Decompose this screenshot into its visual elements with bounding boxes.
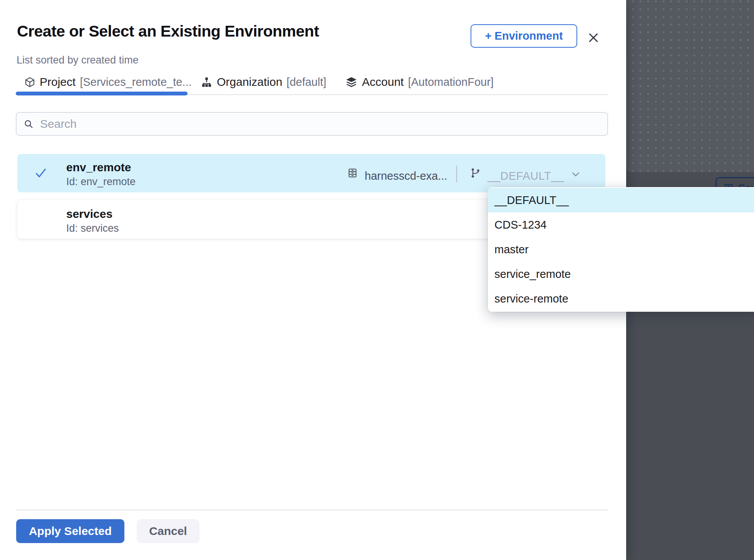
repository-icon — [347, 167, 358, 179]
screen: { "modal": { "title": "Create or Select … — [0, 0, 754, 560]
search-input[interactable] — [39, 117, 580, 131]
apply-selected-button[interactable]: Apply Selected — [16, 519, 124, 543]
branch-select-value[interactable]: __DEFAULT__ — [488, 170, 564, 182]
git-branch-icon — [469, 167, 481, 179]
search-box — [16, 112, 608, 136]
tab-account-scope: [AutomationFour] — [408, 76, 493, 89]
branch-option-service-dash-remote[interactable]: service-remote — [488, 286, 754, 311]
tab-account[interactable]: Account [AutomationFour] — [345, 74, 494, 90]
environment-name: env_remote — [66, 161, 131, 174]
search-icon — [23, 119, 34, 129]
tab-project[interactable]: Project [Services_remote_te... — [24, 74, 192, 90]
branch-dropdown-menu: __DEFAULT__ CDS-1234 master service_remo… — [488, 187, 754, 312]
environment-id: Id: env_remote — [66, 176, 136, 188]
cube-icon — [24, 77, 35, 88]
close-button[interactable] — [587, 31, 600, 44]
branch-option-default[interactable]: __DEFAULT__ — [488, 188, 754, 212]
footer-divider — [16, 510, 608, 510]
cancel-button[interactable]: Cancel — [137, 519, 199, 543]
tab-organization-scope: [default] — [287, 76, 326, 89]
modal-subtitle: List sorted by created time — [17, 54, 139, 66]
active-tab-underline — [16, 92, 188, 95]
tab-account-label: Account — [362, 75, 404, 89]
branch-option-service-underscore-remote[interactable]: service_remote — [488, 262, 754, 286]
branch-option-master[interactable]: master — [488, 237, 754, 262]
row-divider — [456, 165, 457, 182]
new-environment-button[interactable]: + Environment — [471, 24, 577, 48]
chevron-down-icon[interactable] — [571, 169, 581, 179]
canvas-dot-grid — [626, 0, 754, 172]
check-icon — [35, 167, 47, 179]
environment-id: Id: services — [66, 222, 119, 234]
repository-name: harnesscd-exa... — [365, 170, 447, 182]
tab-organization-label: Organization — [217, 75, 282, 89]
tab-organization[interactable]: Organization [default] — [201, 74, 326, 90]
modal-title: Create or Select an Existing Environment — [17, 22, 319, 40]
environment-name: services — [66, 207, 112, 221]
tab-project-scope: [Services_remote_te... — [80, 76, 191, 89]
tab-project-label: Project — [40, 75, 75, 89]
branch-option-cds-1234[interactable]: CDS-1234 — [488, 212, 754, 237]
close-icon — [588, 32, 599, 43]
sitemap-icon — [201, 76, 213, 88]
layers-icon — [345, 76, 358, 89]
